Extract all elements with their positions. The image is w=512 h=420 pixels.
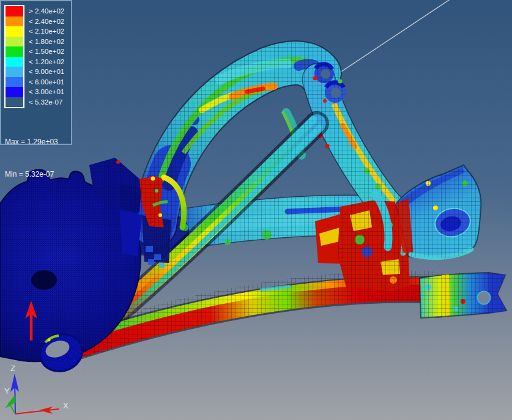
legend-swatch <box>6 17 23 27</box>
legend-labels: > 2.40e+02 < 2.40e+02 < 2.10e+02 < 1.80e… <box>29 5 64 108</box>
legend-swatch <box>6 37 23 47</box>
legend-threshold-label: < 2.40e+02 <box>29 17 64 27</box>
axis-y-label: Y <box>4 386 10 396</box>
legend-threshold-label: < 1.20e+02 <box>29 57 64 67</box>
legend-colorbar <box>4 5 24 108</box>
legend-threshold-label: < 9.00e+01 <box>29 67 64 77</box>
legend-threshold-label: < 3.00e+01 <box>29 87 64 97</box>
axis-z-label: Z <box>10 364 15 373</box>
legend-threshold-label: > 2.40e+02 <box>29 6 64 17</box>
max-value-label: Max = 1.29e+03 <box>5 137 71 148</box>
legend-swatch <box>6 26 23 37</box>
legend-swatch <box>6 46 23 57</box>
legend-swatch <box>6 97 23 108</box>
legend-swatch <box>6 77 23 87</box>
model-mounting-bracket <box>420 273 506 318</box>
results-legend-panel: > 2.40e+02 < 2.40e+02 < 2.10e+02 < 1.80e… <box>0 0 72 145</box>
legend-minmax-block: Max = 1.29e+03 Min = 5.32e-07 <box>5 116 71 201</box>
legend-swatch <box>6 67 23 77</box>
legend-threshold-label: < 2.10e+02 <box>29 26 64 37</box>
legend-swatch <box>6 57 23 67</box>
min-value-label: Min = 5.32e-07 <box>5 169 71 180</box>
legend-colorbar-block: > 2.40e+02 < 2.40e+02 < 2.10e+02 < 1.80e… <box>4 5 71 108</box>
legend-threshold-label: < 1.80e+02 <box>29 37 64 47</box>
legend-threshold-label: < 6.00e+01 <box>29 77 64 87</box>
legend-threshold-label: < 1.50e+02 <box>29 46 64 57</box>
legend-threshold-label: < 5.32e-07 <box>29 97 64 108</box>
legend-swatch <box>6 6 23 17</box>
legend-swatch <box>6 87 23 97</box>
fea-application-viewport: Z Y X > 2.40e+02 < 2.40e+02 < 2.10e+02 <… <box>0 0 512 420</box>
model-3d-view[interactable]: Z Y X <box>0 0 512 420</box>
axis-x-label: X <box>63 401 69 410</box>
